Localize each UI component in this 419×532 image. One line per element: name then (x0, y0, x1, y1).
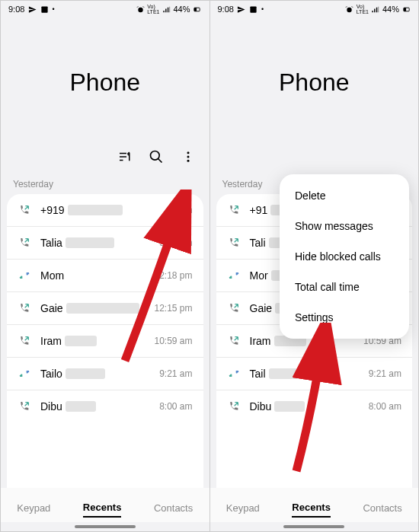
alarm-icon (136, 5, 145, 14)
svg-rect-8 (251, 6, 257, 12)
svg-point-7 (187, 160, 189, 162)
hero: Phone (1, 18, 210, 147)
call-row[interactable]: Tailo9:21 am (7, 357, 203, 390)
phone-screen-left: 9:08 • Vo)LTE1 44% (0, 0, 210, 532)
call-direction-icon (18, 269, 31, 282)
tab-contacts[interactable]: Contacts (363, 499, 401, 517)
signal-icon (371, 5, 380, 14)
call-row[interactable]: Talia3:10 pm (7, 226, 203, 259)
call-name: Talia (40, 237, 153, 249)
battery-percent: 44% (173, 5, 190, 14)
status-time: 9:08 (8, 5, 24, 14)
call-direction-icon (227, 301, 241, 315)
image-icon (249, 5, 258, 14)
toolbar (1, 147, 210, 171)
section-yesterday: Yesterday (1, 171, 210, 194)
call-direction-icon (227, 236, 241, 250)
call-direction-icon (18, 367, 31, 381)
call-row[interactable]: Mom2:18 pm (7, 259, 203, 291)
svg-point-6 (187, 156, 189, 158)
call-direction-icon (227, 367, 241, 381)
call-row[interactable]: Gaie12:15 pm (7, 291, 203, 324)
call-row[interactable]: Tailat9:21 am (216, 357, 413, 390)
call-name: Dibu (250, 400, 363, 413)
svg-point-1 (138, 7, 142, 11)
call-row[interactable]: +91955 pm (7, 194, 203, 226)
call-time: 8:00 am (369, 401, 401, 412)
signal-icon (162, 5, 171, 14)
bottom-tabs: Keypad Recents Contacts (1, 488, 210, 522)
tab-recents[interactable]: Recents (292, 499, 331, 518)
menu-item-hide-blocked-calls[interactable]: Hide blocked calls (280, 241, 409, 272)
lte-indicator: Vo)LTE1 (147, 4, 159, 14)
call-name: Tailo (40, 368, 153, 380)
menu-item-delete[interactable]: Delete (280, 180, 409, 211)
tab-keypad[interactable]: Keypad (17, 499, 50, 517)
call-row[interactable]: Iram10:59 am (7, 324, 203, 357)
call-time: 9:21 am (159, 368, 192, 379)
lte-indicator: Vo)LTE1 (357, 4, 369, 14)
more-icon[interactable] (181, 149, 196, 164)
tab-contacts[interactable]: Contacts (154, 499, 193, 517)
call-direction-icon (227, 334, 241, 348)
status-bar: 9:08 • Vo)LTE1 44% (1, 1, 210, 18)
svg-rect-0 (41, 6, 47, 12)
call-direction-icon (18, 203, 31, 217)
call-name: Mom (40, 269, 153, 282)
call-name: Gaie (40, 302, 148, 314)
battery-percent: 44% (382, 5, 399, 14)
call-direction-icon (227, 269, 241, 282)
status-time: 9:08 (218, 5, 234, 14)
battery-icon (401, 5, 411, 14)
call-row[interactable]: Dibu8:00 am (7, 390, 203, 422)
tab-recents[interactable]: Recents (83, 499, 122, 518)
menu-item-total-call-time[interactable]: Total call time (280, 272, 409, 302)
call-direction-icon (227, 203, 241, 217)
call-name: Dibu (40, 400, 153, 413)
menu-item-settings[interactable]: Settings (280, 302, 409, 333)
overflow-menu: DeleteShow messagesHide blocked callsTot… (280, 174, 409, 339)
svg-point-4 (150, 151, 159, 161)
svg-rect-3 (194, 8, 197, 11)
hero: Phone (210, 18, 419, 147)
status-dot: • (52, 5, 54, 13)
status-bar: 9:08 • Vo)LTE1 44% (210, 1, 419, 18)
call-direction-icon (227, 400, 241, 413)
call-row[interactable]: Dibu8:00 am (216, 390, 413, 422)
svg-rect-11 (403, 8, 405, 11)
status-dot: • (261, 5, 264, 13)
call-time: 12:15 pm (154, 303, 192, 314)
phone-screen-right: 9:08 • Vo)LTE1 44% (210, 0, 420, 532)
call-time: 3:10 pm (159, 237, 192, 248)
image-icon (40, 5, 49, 14)
call-time: 2:18 pm (159, 270, 192, 281)
call-direction-icon (18, 301, 31, 315)
call-time: 8:00 am (159, 401, 192, 412)
search-icon[interactable] (149, 149, 164, 164)
call-time: 10:59 am (154, 336, 192, 346)
app-title: Phone (69, 68, 140, 97)
call-direction-icon (18, 236, 31, 250)
bottom-tabs: Keypad Recents Contacts (210, 488, 419, 522)
call-list: +91955 pmTalia3:10 pmMom2:18 pmGaie12:15… (7, 194, 203, 488)
menu-item-show-messages[interactable]: Show messages (280, 211, 409, 241)
call-time: 55 pm (167, 205, 192, 215)
svg-point-5 (187, 151, 189, 154)
svg-point-9 (347, 7, 352, 11)
battery-icon (193, 5, 202, 14)
tab-keypad[interactable]: Keypad (226, 499, 260, 517)
send-icon (27, 5, 37, 14)
alarm-icon (345, 5, 354, 14)
call-time: 9:21 am (369, 368, 401, 379)
send-icon (237, 5, 246, 14)
call-name: +919 (40, 204, 161, 216)
call-name: Tailat (250, 368, 363, 380)
call-direction-icon (18, 334, 31, 348)
filter-icon[interactable] (117, 149, 132, 164)
call-direction-icon (18, 400, 31, 413)
app-title: Phone (279, 68, 350, 97)
gesture-bar (75, 525, 136, 528)
gesture-bar (283, 525, 344, 528)
call-name: Iram (40, 335, 148, 347)
